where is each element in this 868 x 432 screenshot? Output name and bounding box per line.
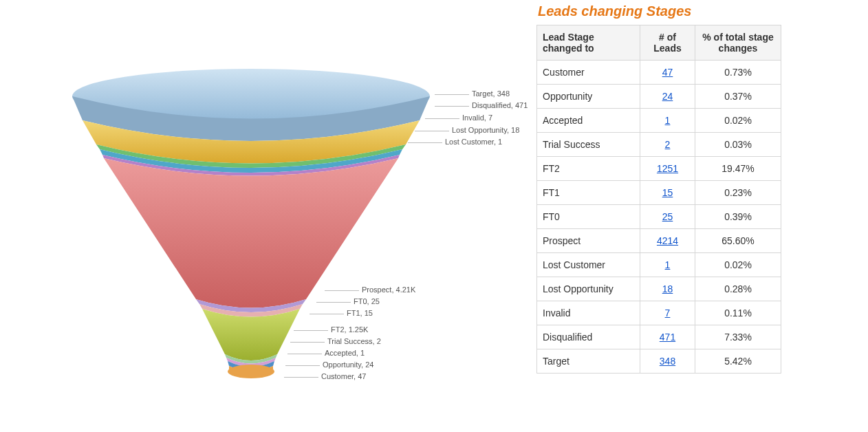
cell-stage: Customer (537, 61, 640, 85)
leads-link[interactable]: 348 (660, 356, 675, 367)
table-header-row: Lead Stage changed to # of Leads % of to… (537, 25, 781, 61)
cell-pct: 0.37% (695, 85, 781, 109)
table-row: FT1150.23% (537, 181, 781, 205)
th-leads: # of Leads (640, 25, 695, 61)
table-row: Customer470.73% (537, 61, 781, 85)
cell-pct: 0.02% (695, 109, 781, 133)
cell-pct: 0.02% (695, 253, 781, 277)
cell-leads: 47 (640, 61, 695, 85)
label-lost-opportunity: Lost Opportunity, 18 (415, 126, 519, 134)
cell-stage: Accepted (537, 109, 640, 133)
label-opportunity: Opportunity, 24 (285, 360, 373, 369)
cell-stage: FT2 (537, 157, 640, 181)
table-row: FT2125119.47% (537, 157, 781, 181)
leads-link[interactable]: 1 (665, 259, 671, 270)
th-pct: % of total stage changes (695, 25, 781, 61)
cell-stage: Opportunity (537, 85, 640, 109)
table-row: Lost Opportunity180.28% (537, 277, 781, 301)
label-accepted: Accepted, 1 (287, 349, 365, 357)
label-trial-success: Trial Success, 2 (290, 337, 381, 345)
cell-stage: Trial Success (537, 133, 640, 157)
table-row: Prospect421465.60% (537, 229, 781, 253)
cell-stage: FT1 (537, 181, 640, 205)
cell-pct: 5.42% (695, 349, 781, 374)
label-target: Target, 348 (435, 89, 510, 98)
label-lost-customer: Lost Customer, 1 (408, 138, 502, 146)
cell-leads: 18 (640, 277, 695, 301)
cell-leads: 15 (640, 181, 695, 205)
leads-link[interactable]: 4214 (657, 235, 678, 246)
cell-pct: 0.23% (695, 181, 781, 205)
label-ft2: FT2, 1.25K (294, 325, 368, 334)
funnel-chart: Target, 348 Disqualified, 471 Invalid, 7… (0, 0, 536, 432)
th-stage: Lead Stage changed to (537, 25, 640, 61)
table-row: Target3485.42% (537, 349, 781, 374)
leads-link[interactable]: 1251 (657, 163, 678, 174)
cell-stage: FT0 (537, 205, 640, 229)
table-row: Accepted10.02% (537, 109, 781, 133)
label-ft1: FT1, 15 (310, 309, 373, 317)
cell-pct: 65.60% (695, 229, 781, 253)
cell-stage: Target (537, 349, 640, 374)
cell-leads: 1 (640, 253, 695, 277)
cell-leads: 2 (640, 133, 695, 157)
cell-pct: 7.33% (695, 325, 781, 349)
label-prospect: Prospect, 4.21K (325, 285, 415, 294)
leads-link[interactable]: 2 (665, 139, 671, 150)
label-ft0: FT0, 25 (316, 297, 380, 305)
table-row: Disqualified4717.33% (537, 325, 781, 349)
cell-leads: 25 (640, 205, 695, 229)
cell-leads: 1 (640, 109, 695, 133)
cell-leads: 348 (640, 349, 695, 374)
funnel-svg (58, 58, 444, 402)
cell-pct: 0.28% (695, 277, 781, 301)
cell-stage: Lost Opportunity (537, 277, 640, 301)
leads-link[interactable]: 1 (665, 115, 671, 126)
leads-table: Lead Stage changed to # of Leads % of to… (536, 25, 781, 374)
cell-stage: Lost Customer (537, 253, 640, 277)
cell-leads: 24 (640, 85, 695, 109)
label-customer: Customer, 47 (284, 372, 366, 380)
leads-link[interactable]: 18 (662, 283, 673, 294)
cell-pct: 0.73% (695, 61, 781, 85)
table-row: Lost Customer10.02% (537, 253, 781, 277)
leads-link[interactable]: 471 (660, 332, 675, 343)
cell-pct: 0.03% (695, 133, 781, 157)
label-invalid: Invalid, 7 (425, 114, 492, 122)
cell-leads: 4214 (640, 229, 695, 253)
leads-link[interactable]: 15 (662, 187, 673, 198)
leads-link[interactable]: 24 (662, 91, 673, 102)
table-row: FT0250.39% (537, 205, 781, 229)
cell-pct: 0.11% (695, 301, 781, 325)
cell-stage: Invalid (537, 301, 640, 325)
leads-link[interactable]: 7 (665, 307, 671, 318)
cell-leads: 471 (640, 325, 695, 349)
leads-link[interactable]: 47 (662, 67, 673, 78)
table-row: Opportunity240.37% (537, 85, 781, 109)
cell-stage: Disqualified (537, 325, 640, 349)
leads-link[interactable]: 25 (662, 211, 673, 222)
table-row: Invalid70.11% (537, 301, 781, 325)
table-row: Trial Success20.03% (537, 133, 781, 157)
cell-stage: Prospect (537, 229, 640, 253)
label-disqualified: Disqualified, 471 (435, 101, 528, 109)
table-title: Leads changing Stages (538, 3, 784, 19)
cell-pct: 19.47% (695, 157, 781, 181)
cell-pct: 0.39% (695, 205, 781, 229)
cell-leads: 1251 (640, 157, 695, 181)
cell-leads: 7 (640, 301, 695, 325)
